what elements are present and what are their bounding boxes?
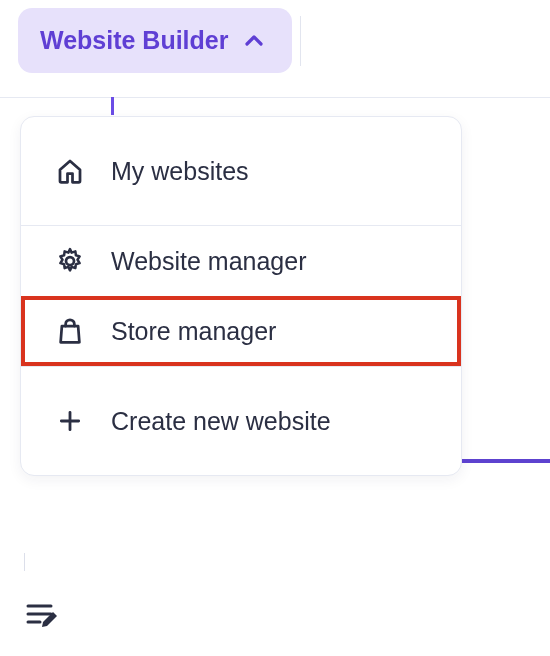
divider-line (24, 553, 25, 571)
chevron-up-icon (242, 29, 266, 53)
menu-item-create-new-website[interactable]: Create new website (21, 367, 461, 475)
menu-item-my-websites[interactable]: My websites (21, 117, 461, 225)
menu-item-store-manager[interactable]: Store manager (21, 296, 461, 366)
website-builder-dropdown-toggle[interactable]: Website Builder (18, 8, 292, 73)
menu-item-label: Store manager (111, 317, 276, 346)
plus-icon (55, 406, 85, 436)
dropdown-section: My websites (21, 117, 461, 225)
dropdown-menu: My websites Website manager Store manage… (20, 116, 462, 476)
svg-point-0 (66, 257, 74, 265)
menu-item-label: Website manager (111, 247, 306, 276)
home-icon (55, 156, 85, 186)
vertical-divider (300, 16, 301, 66)
menu-item-label: My websites (111, 157, 249, 186)
dropdown-section: Website manager Store manager (21, 225, 461, 366)
accent-line (462, 459, 550, 463)
indicator-line (111, 97, 114, 115)
gear-icon (55, 246, 85, 276)
horizontal-rule (0, 97, 550, 98)
bag-icon (55, 316, 85, 346)
menu-item-website-manager[interactable]: Website manager (21, 226, 461, 296)
menu-item-label: Create new website (111, 407, 331, 436)
edit-icon[interactable] (25, 602, 61, 636)
topbar-title: Website Builder (40, 26, 228, 55)
dropdown-section: Create new website (21, 366, 461, 475)
